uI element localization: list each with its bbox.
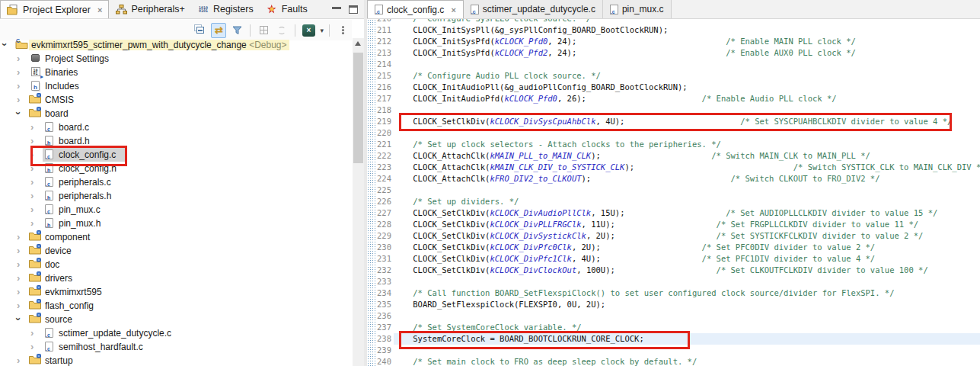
tree-item-flash_config[interactable]: ›cflash_config — [0, 299, 352, 313]
code-line-221[interactable]: 221 /* Set up clock selectors - Attach c… — [375, 139, 980, 150]
line-number[interactable]: 214 — [375, 59, 394, 70]
code-line-232[interactable]: 232 CLOCK_SetClkDiv(kCLOCK_DivClockOut, … — [375, 265, 980, 276]
code-text[interactable]: /* Configure Audio PLL clock source. */ — [394, 70, 980, 82]
expand-arrow-icon[interactable]: › — [30, 190, 34, 201]
tree-item-device[interactable]: ›cdevice — [0, 244, 352, 258]
code-text[interactable]: CLOCK_SetClkDiv(kCLOCK_DivAudioPllClk, 1… — [394, 207, 980, 219]
code-text[interactable]: CLOCK_InitAudioPfd(kCLOCK_Pfd0, 26); /* … — [394, 93, 980, 104]
tree-item-startup[interactable]: ›cstartup — [0, 354, 352, 366]
expand-arrow-icon[interactable]: › — [17, 300, 20, 311]
line-number[interactable]: 212 — [375, 36, 394, 47]
expand-arrow-icon[interactable]: › — [17, 245, 20, 256]
layout-grid-button[interactable] — [256, 23, 271, 38]
tree-item-board.h[interactable]: ›.hboard.h — [0, 134, 352, 148]
code-line-210[interactable]: 210 /* Configure SysPLL0 clock source. *… — [375, 19, 980, 24]
code-editor[interactable]: 210 /* Configure SysPLL0 clock source. *… — [375, 19, 980, 366]
scroll-up-icon[interactable] — [355, 41, 361, 46]
expand-arrow-icon[interactable]: › — [17, 94, 20, 105]
expand-arrow-icon[interactable]: › — [17, 66, 20, 78]
code-line-240[interactable]: 240 /* Set main clock to FRO as deep sle… — [375, 356, 980, 366]
tree-item-clock_config.h[interactable]: ›.hclock_config.h — [0, 162, 352, 175]
code-line-230[interactable]: 230 CLOCK_SetClkDiv(kCLOCK_DivPfc0Clk, 2… — [375, 242, 980, 253]
line-number[interactable]: 227 — [375, 207, 394, 219]
editor-tab-clock_config.c[interactable]: .c clock_config.c × — [367, 0, 464, 18]
close-icon[interactable]: × — [97, 5, 102, 14]
tree-scrollbar[interactable] — [353, 38, 364, 366]
collapse-arrow-icon[interactable]: › — [13, 317, 24, 320]
scrollbar-thumb[interactable] — [353, 53, 363, 163]
code-line-220[interactable]: 220 — [375, 127, 980, 139]
code-text[interactable]: /* Set SystemCoreClock variable. */ — [394, 322, 980, 333]
expand-arrow-icon[interactable]: › — [30, 149, 34, 160]
code-text[interactable]: CLOCK_SetClkDiv(kCLOCK_DivClockOut, 100U… — [394, 265, 980, 276]
code-text[interactable] — [394, 104, 980, 116]
expand-arrow-icon[interactable]: › — [30, 135, 34, 146]
tab-project-explorer[interactable]: Project Explorer × — [0, 0, 109, 18]
tree-item-semihost_hardfault.c[interactable]: ›.csemihost_hardfault.c — [0, 340, 352, 354]
expand-arrow-icon[interactable]: › — [17, 286, 20, 297]
code-line-235[interactable]: 235 BOARD_SetFlexspiClock(FLEXSPI0, 0U, … — [375, 299, 980, 310]
expand-arrow-icon[interactable]: › — [30, 327, 34, 339]
line-number[interactable]: 220 — [375, 127, 394, 139]
expand-arrow-icon[interactable]: › — [30, 121, 34, 133]
expand-arrow-icon[interactable]: › — [30, 217, 34, 229]
line-number[interactable]: 213 — [375, 47, 394, 59]
tree-item-Binaries[interactable]: ›1001▸Binaries — [0, 66, 352, 79]
code-text[interactable]: CLOCK_AttachClk(kMAIN_CLK_DIV_to_SYSTICK… — [394, 162, 980, 173]
line-number[interactable]: 233 — [375, 276, 394, 287]
tree-item-sctimer_update_dutycycle.c[interactable]: ›.csctimer_update_dutycycle.c — [0, 326, 352, 340]
expand-arrow-icon[interactable]: › — [30, 176, 34, 188]
line-number[interactable]: 235 — [375, 299, 394, 310]
tree-item-evkmimxrt595_sctimer_pwm_with_dutycycle_change[interactable]: ›Cevkmimxrt595_sctimer_pwm_with_dutycycl… — [0, 38, 352, 52]
code-text[interactable]: CLOCK_SetClkDiv(kCLOCK_DivSystickClk, 2U… — [394, 230, 980, 242]
collapse-arrow-icon[interactable]: › — [0, 43, 11, 46]
code-text[interactable]: /* Call function BOARD_SetFlexspiClock()… — [394, 287, 980, 299]
code-line-215[interactable]: 215 /* Configure Audio PLL clock source.… — [375, 70, 980, 82]
line-number[interactable]: 216 — [375, 82, 394, 93]
code-text[interactable]: CLOCK_InitSysPfd(kCLOCK_Pfd0, 24); /* En… — [394, 36, 980, 47]
code-line-212[interactable]: 212 CLOCK_InitSysPfd(kCLOCK_Pfd0, 24); /… — [375, 36, 980, 47]
tree-item-source[interactable]: ›csource — [0, 313, 352, 326]
code-line-234[interactable]: 234 /* Call function BOARD_SetFlexspiClo… — [375, 287, 980, 299]
line-number[interactable]: 226 — [375, 196, 394, 207]
line-number[interactable]: 224 — [375, 173, 394, 185]
code-line-231[interactable]: 231 CLOCK_SetClkDiv(kCLOCK_DivPfc1Clk, 4… — [375, 253, 980, 265]
tree-item-clock_config.c[interactable]: ›.cclock_config.c — [0, 148, 352, 162]
code-text[interactable] — [394, 276, 980, 287]
code-text[interactable]: CLOCK_SetClkDiv(kCLOCK_DivPfc0Clk, 2U); … — [394, 242, 980, 253]
code-line-222[interactable]: 222 CLOCK_AttachClk(kMAIN_PLL_to_MAIN_CL… — [375, 150, 980, 162]
code-text[interactable]: /* Set main clock to FRO as deep sleep c… — [394, 356, 980, 366]
tab-faults[interactable]: Faults — [260, 0, 314, 18]
collapse-arrow-icon[interactable]: › — [13, 111, 24, 114]
code-text[interactable]: CLOCK_SetClkDiv(kCLOCK_DivPfc1Clk, 4U); … — [394, 253, 980, 265]
code-line-228[interactable]: 228 CLOCK_SetClkDiv(kCLOCK_DivPLLFRGClk,… — [375, 219, 980, 230]
tree-item-board[interactable]: ›cboard — [0, 107, 352, 120]
line-number[interactable]: 211 — [375, 24, 394, 36]
clear-button[interactable]: × — [301, 23, 316, 38]
code-text[interactable]: CLOCK_AttachClk(kFRO_DIV2_to_CLKOUT); /*… — [394, 173, 980, 185]
code-text[interactable]: CLOCK_InitAudioPll(&g_audioPllConfig_BOA… — [394, 82, 980, 93]
expand-arrow-icon[interactable]: › — [30, 204, 34, 215]
collapse-all-button[interactable] — [193, 23, 208, 38]
editor-tab-sctimer_update_dutycycle.c[interactable]: .c sctimer_update_dutycycle.c — [464, 0, 603, 18]
filter-button[interactable] — [229, 23, 244, 38]
code-text[interactable] — [394, 185, 980, 196]
code-text[interactable]: /* Set up clock selectors - Attach clock… — [394, 139, 980, 150]
code-line-233[interactable]: 233 — [375, 276, 980, 287]
code-text[interactable]: /* Set up dividers. */ — [394, 196, 980, 207]
code-line-216[interactable]: 216 CLOCK_InitAudioPll(&g_audioPllConfig… — [375, 82, 980, 93]
line-number[interactable]: 228 — [375, 219, 394, 230]
code-line-217[interactable]: 217 CLOCK_InitAudioPfd(kCLOCK_Pfd0, 26);… — [375, 93, 980, 104]
line-number[interactable]: 221 — [375, 139, 394, 150]
line-number[interactable]: 222 — [375, 150, 394, 162]
tab-peripherals[interactable]: Peripherals+ — [109, 0, 191, 18]
code-line-226[interactable]: 226 /* Set up dividers. */ — [375, 196, 980, 207]
code-text[interactable]: CLOCK_SetClkDiv(kCLOCK_DivSysCpuAhbClk, … — [394, 116, 980, 127]
expand-arrow-icon[interactable]: › — [30, 162, 34, 174]
tree-item-peripherals.c[interactable]: ›.cperipherals.c — [0, 175, 352, 189]
close-icon[interactable]: × — [451, 5, 455, 14]
expand-arrow-icon[interactable]: › — [17, 355, 20, 366]
line-number[interactable]: 218 — [375, 104, 394, 116]
code-text[interactable]: CLOCK_InitSysPfd(kCLOCK_Pfd2, 24); /* En… — [394, 47, 980, 59]
code-line-218[interactable]: 218 — [375, 104, 980, 116]
